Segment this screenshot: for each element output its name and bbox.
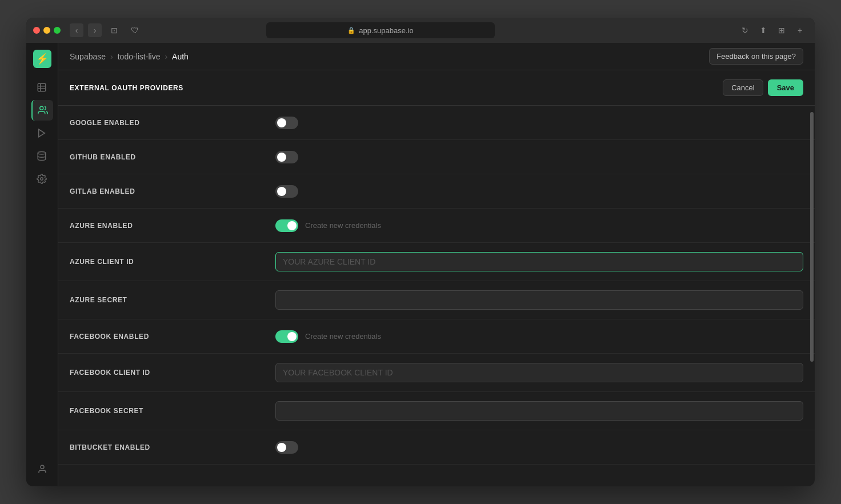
azure-credentials-hint: Create new credentials: [305, 221, 381, 230]
svg-point-8: [41, 465, 44, 469]
save-button[interactable]: Save: [768, 79, 803, 96]
google-toggle-slider: [275, 117, 298, 129]
bitbucket-toggle[interactable]: [275, 441, 298, 454]
facebook-enabled-control: Create new credentials: [275, 330, 803, 343]
content-wrapper: EXTERNAL OAUTH PROVIDERS Cancel Save GOO…: [58, 70, 815, 486]
facebook-client-id-row: FACEBOOK CLIENT ID: [58, 354, 815, 392]
sidebar-item-auth[interactable]: [31, 100, 53, 121]
svg-point-4: [39, 106, 43, 110]
lock-icon: 🔒: [347, 27, 355, 34]
refresh-button[interactable]: ↻: [737, 22, 753, 38]
azure-secret-label: AZURE SECRET: [70, 296, 275, 304]
new-tab-button[interactable]: ⊞: [774, 22, 790, 38]
bitbucket-enabled-row: BITBUCKET ENABLED: [58, 430, 815, 465]
gitlab-enabled-label: GITLAB ENABLED: [70, 187, 275, 195]
bitbucket-toggle-slider: [275, 441, 298, 454]
facebook-toggle[interactable]: [275, 330, 298, 343]
facebook-enabled-row: FACEBOOK ENABLED Create new credentials: [58, 319, 815, 354]
maximize-button[interactable]: [54, 27, 61, 34]
azure-secret-control: [275, 290, 803, 310]
sidebar-item-database[interactable]: [31, 146, 52, 166]
azure-enabled-label: AZURE ENABLED: [70, 222, 275, 230]
sidebar-item-settings[interactable]: [31, 169, 52, 189]
github-enabled-control: [275, 151, 803, 163]
scroll-indicator[interactable]: [810, 112, 814, 362]
share-button[interactable]: ⬆: [755, 22, 771, 38]
gitlab-toggle-slider: [275, 185, 298, 198]
sidebar-item-account[interactable]: [32, 459, 53, 479]
add-button[interactable]: +: [792, 22, 808, 38]
sidebar: ⚡: [26, 43, 58, 486]
titlebar: ‹ › ⊡ 🛡 🔒 app.supabase.io ↻ ⬆ ⊞ +: [26, 18, 815, 43]
logo[interactable]: ⚡: [33, 50, 51, 68]
gitlab-enabled-control: [275, 185, 803, 198]
facebook-enabled-label: FACEBOOK ENABLED: [70, 333, 275, 341]
app-layout: ⚡: [26, 43, 815, 486]
google-enabled-control: [275, 117, 803, 129]
header-actions: Cancel Save: [723, 79, 803, 96]
gitlab-toggle[interactable]: [275, 185, 298, 198]
azure-enabled-row: AZURE ENABLED Create new credentials: [58, 209, 815, 243]
traffic-lights: [33, 27, 61, 34]
sidebar-toggle-button[interactable]: ⊡: [106, 22, 122, 38]
github-enabled-label: GITHUB ENABLED: [70, 153, 275, 161]
azure-client-id-row: AZURE CLIENT ID: [58, 243, 815, 281]
breadcrumb-supabase[interactable]: Supabase: [70, 52, 106, 61]
cancel-button[interactable]: Cancel: [723, 79, 763, 96]
bitbucket-enabled-label: BITBUCKET ENABLED: [70, 443, 275, 451]
facebook-credentials-hint: Create new credentials: [305, 332, 381, 341]
facebook-client-id-control: [275, 363, 803, 382]
browser-window: ‹ › ⊡ 🛡 🔒 app.supabase.io ↻ ⬆ ⊞ + ⚡: [26, 18, 815, 486]
content-area: EXTERNAL OAUTH PROVIDERS Cancel Save GOO…: [58, 70, 815, 465]
azure-client-id-label: AZURE CLIENT ID: [70, 258, 275, 266]
google-enabled-row: GOOGLE ENABLED: [58, 106, 815, 140]
top-bar-right: Feedback on this page?: [709, 48, 803, 65]
svg-point-6: [38, 152, 46, 155]
sidebar-nav: [31, 77, 53, 459]
google-toggle[interactable]: [275, 117, 298, 129]
section-title: EXTERNAL OAUTH PROVIDERS: [70, 84, 183, 92]
sidebar-item-storage[interactable]: [31, 123, 52, 143]
minimize-button[interactable]: [43, 27, 50, 34]
sidebar-item-table[interactable]: [31, 77, 52, 98]
back-button[interactable]: ‹: [70, 23, 83, 37]
breadcrumb-project[interactable]: todo-list-live: [118, 52, 161, 61]
facebook-secret-control: [275, 401, 803, 421]
breadcrumb-current: Auth: [172, 52, 189, 61]
titlebar-right-buttons: ↻ ⬆ ⊞ +: [737, 22, 808, 38]
facebook-client-id-input[interactable]: [275, 363, 803, 382]
forward-button[interactable]: ›: [88, 23, 102, 37]
url-text: app.supabase.io: [359, 26, 413, 35]
shield-icon[interactable]: 🛡: [127, 22, 143, 38]
sidebar-bottom: [32, 459, 53, 479]
github-toggle-slider: [275, 151, 298, 163]
feedback-button[interactable]: Feedback on this page?: [709, 48, 803, 65]
svg-rect-0: [38, 83, 46, 91]
github-enabled-row: GITHUB ENABLED: [58, 140, 815, 174]
azure-enabled-control: Create new credentials: [275, 219, 803, 232]
close-button[interactable]: [33, 27, 40, 34]
github-toggle[interactable]: [275, 151, 298, 163]
azure-secret-row: AZURE SECRET: [58, 281, 815, 319]
gitlab-enabled-row: GITLAB ENABLED: [58, 174, 815, 209]
breadcrumb-sep-1: ›: [110, 52, 113, 61]
azure-toggle[interactable]: [275, 219, 298, 232]
bitbucket-enabled-control: [275, 441, 803, 454]
facebook-secret-row: FACEBOOK SECRET: [58, 392, 815, 430]
google-enabled-label: GOOGLE ENABLED: [70, 119, 275, 127]
address-bar[interactable]: 🔒 app.supabase.io: [266, 22, 495, 38]
top-bar: Supabase › todo-list-live › Auth Feedbac…: [58, 43, 815, 70]
breadcrumb: Supabase › todo-list-live › Auth: [70, 52, 189, 61]
azure-toggle-slider: [275, 219, 298, 232]
svg-point-7: [40, 178, 43, 181]
breadcrumb-sep-2: ›: [165, 52, 167, 61]
facebook-toggle-slider: [275, 330, 298, 343]
main-content: Supabase › todo-list-live › Auth Feedbac…: [58, 43, 815, 486]
svg-marker-5: [38, 129, 45, 137]
azure-client-id-control: [275, 252, 803, 271]
facebook-secret-input[interactable]: [275, 401, 803, 421]
facebook-client-id-label: FACEBOOK CLIENT ID: [70, 369, 275, 377]
azure-client-id-input[interactable]: [275, 252, 803, 271]
azure-secret-input[interactable]: [275, 290, 803, 310]
facebook-secret-label: FACEBOOK SECRET: [70, 407, 275, 415]
